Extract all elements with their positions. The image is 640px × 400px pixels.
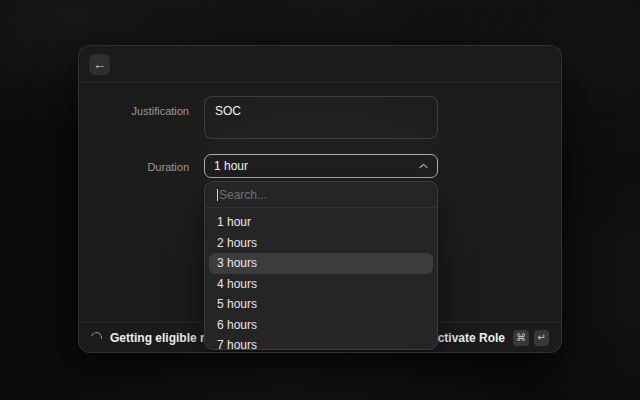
return-key-icon[interactable]: ↵ [534,330,549,346]
duration-value: 1 hour [214,159,248,173]
primary-action: Activate Role ⌘ ↵ [429,330,549,346]
dialog-header: ← [79,46,561,83]
duration-select[interactable]: 1 hour [204,154,438,178]
dropdown-options-list: 1 hour 2 hours 3 hours 4 hours 5 hours 6… [205,208,437,350]
back-button[interactable]: ← [89,54,110,75]
dropdown-option[interactable]: 2 hours [209,233,433,254]
dropdown-option[interactable]: 4 hours [209,274,433,295]
dropdown-option[interactable]: 7 hours [209,335,433,350]
arrow-left-icon: ← [93,58,106,71]
activate-role-button[interactable]: Activate Role [429,331,505,345]
dropdown-option-highlighted[interactable]: 3 hours [209,253,433,274]
desktop-background: { "window": { "header": { "back_icon": "… [0,0,640,400]
chevron-up-icon [419,163,428,169]
justification-label: Justification [79,105,189,117]
dropdown-option[interactable]: 1 hour [209,212,433,233]
duration-label: Duration [79,161,189,173]
dropdown-option[interactable]: 6 hours [209,315,433,336]
dropdown-option[interactable]: 5 hours [209,294,433,315]
command-key-icon[interactable]: ⌘ [513,330,529,346]
justification-value: SOC [215,104,241,118]
dropdown-search-input[interactable]: Search... [205,182,437,208]
text-cursor [217,189,218,201]
duration-dropdown: Search... 1 hour 2 hours 3 hours 4 hours… [204,181,438,350]
justification-input[interactable]: SOC [204,96,438,139]
loading-spinner-icon [89,330,104,345]
dialog-window: ← Justification SOC Duration 1 hour Sear… [78,45,562,353]
search-placeholder: Search... [219,188,267,202]
